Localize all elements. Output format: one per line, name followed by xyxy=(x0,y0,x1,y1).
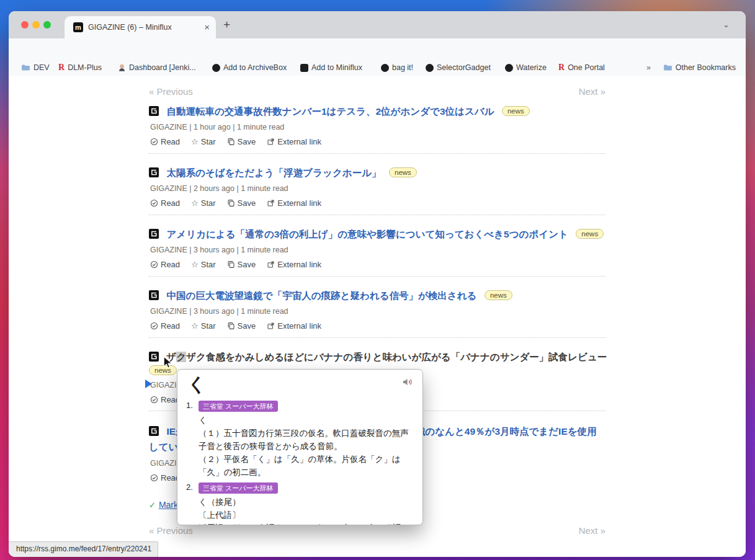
bookmark-item-add-to-archivebox[interactable]: Add to ArchiveBox xyxy=(212,60,287,76)
save-button[interactable]: Save xyxy=(227,321,256,331)
bookmarks-bar: DEV R DLM-Plus Dashboard [Jenki... Add t… xyxy=(9,60,746,76)
gigazine-favicon-icon xyxy=(149,167,159,177)
star-button[interactable]: ☆Star xyxy=(191,321,216,331)
entry-title-link[interactable]: 自動運転車の交通事故件数ナンバー1はテスラ、2位がホンダで3位はスバル xyxy=(166,106,494,117)
bookmark-label: SelectorGadget xyxy=(437,63,491,72)
bookmark-label: bag it! xyxy=(392,63,413,72)
archivebox-icon xyxy=(212,64,220,72)
tab-search-chevron-icon[interactable]: ⌄ xyxy=(723,20,730,29)
bookmark-item-add-to-miniflux[interactable]: Add to Miniflux xyxy=(300,60,362,76)
waterize-icon xyxy=(505,64,513,72)
definition-line: 〔上代語〕 xyxy=(199,509,412,522)
external-link-button[interactable]: External link xyxy=(267,137,321,146)
read-button[interactable]: Read xyxy=(150,198,180,208)
definition-headline: く xyxy=(199,414,412,427)
external-link-button[interactable]: External link xyxy=(267,198,321,208)
bookmark-label: One Portal xyxy=(568,63,605,72)
dictionary-headword: く xyxy=(187,372,207,398)
entry-divider xyxy=(149,153,605,154)
external-link-button[interactable]: External link xyxy=(267,321,321,331)
browser-tab[interactable]: m GIGAZINE (6) – Miniflux × xyxy=(65,16,216,38)
entry-title-row: アメリカによる「通常の3倍の利上げ」の意味や影響について知っておくべき5つのポイ… xyxy=(149,228,605,241)
entry-actions: Read ☆Star Save External link xyxy=(150,260,607,269)
bookmark-item-waterize[interactable]: Waterize xyxy=(505,60,547,76)
star-icon: ☆ xyxy=(191,321,199,331)
read-button[interactable]: Read xyxy=(150,473,180,482)
star-button[interactable]: ☆Star xyxy=(191,198,216,208)
star-button[interactable]: ☆Star xyxy=(191,260,216,269)
entry-title-link[interactable]: ザクザク食感をかみしめるほどにバナナの香りと味わいが広がる「バナナのサンダー」試… xyxy=(166,352,607,362)
bookmark-label: Dashboard [Jenki... xyxy=(129,63,196,72)
entry-actions: Read ☆Star Save External link xyxy=(150,137,607,146)
gigazine-favicon-icon xyxy=(149,426,159,436)
bookmark-label: Add to Miniflux xyxy=(311,63,362,72)
bookmark-item-dev[interactable]: DEV xyxy=(21,60,50,76)
tab-title: GIGAZINE (6) – Miniflux xyxy=(88,16,172,38)
tab-close-icon[interactable]: × xyxy=(204,16,210,38)
star-icon: ☆ xyxy=(191,260,199,269)
read-button[interactable]: Read xyxy=(150,321,180,331)
folder-icon xyxy=(21,64,30,71)
read-button[interactable]: Read xyxy=(150,260,180,269)
pagination-previous-top[interactable]: « Previous xyxy=(149,86,193,97)
dictionary-entry: 1. 三省堂 スーパー大辞林 く （１）五十音図カ行第三段の仮名。軟口蓋破裂音の… xyxy=(186,399,412,479)
selectorgadget-icon xyxy=(426,64,434,72)
folder-icon xyxy=(663,64,672,71)
entry-divider xyxy=(149,276,605,277)
entry-tag-badge: news xyxy=(502,106,530,116)
entry-divider xyxy=(149,337,605,338)
other-bookmarks-folder[interactable]: Other Bookmarks xyxy=(663,60,736,76)
entry-meta: GIGAZINE | 3 hours ago | 1 minute read xyxy=(150,307,607,316)
gigazine-favicon-icon xyxy=(149,106,159,116)
pagination-next-top[interactable]: Next » xyxy=(579,86,605,97)
bookmark-item-dlm-plus[interactable]: R DLM-Plus xyxy=(58,60,102,76)
entry-tag-badge: news xyxy=(485,290,512,300)
entry-number: 1. xyxy=(186,399,199,479)
tab-strip: m GIGAZINE (6) – Miniflux × + ⌄ xyxy=(9,11,746,38)
definition-line: （２）平仮名「く」は「久」の草体。片仮名「ク」は「久」の初二画。 xyxy=(199,453,412,479)
letter-r-icon: R xyxy=(558,63,565,73)
read-button[interactable]: Read xyxy=(150,395,180,404)
speaker-icon[interactable] xyxy=(402,377,414,387)
pagination-next-bottom[interactable]: Next » xyxy=(579,525,605,536)
entry-title-link[interactable]: アメリカによる「通常の3倍の利上げ」の意味や影響について知っておくべき5つのポイ… xyxy=(166,229,568,239)
bookmark-label: Add to ArchiveBox xyxy=(223,63,287,72)
read-button[interactable]: Read xyxy=(150,137,180,146)
entry-tag-badge: news xyxy=(389,167,417,177)
bookmarks-overflow-chevron[interactable]: » xyxy=(646,60,651,76)
check-icon: ✓ xyxy=(149,500,156,510)
entry-title-row: 太陽系のそばをただよう「浮遊ブラックホール」 news xyxy=(149,167,605,180)
browser-window: m GIGAZINE (6) – Miniflux × + ⌄ rss.gimo… xyxy=(9,11,746,557)
new-tab-button[interactable]: + xyxy=(223,17,230,32)
minimize-window-button[interactable] xyxy=(32,21,40,29)
zoom-window-button[interactable] xyxy=(43,21,51,29)
entry-title-link[interactable]: 中国の巨大電波望遠鏡で「宇宙人の痕跡と疑われる信号」が検出される xyxy=(166,290,476,301)
star-button[interactable]: ☆Star xyxy=(191,137,216,146)
jenkins-butler-icon xyxy=(118,63,126,72)
definition-headline: く（接尾） xyxy=(199,496,412,509)
entry-title-row: 自動運転車の交通事故件数ナンバー1はテスラ、2位がホンダで3位はスバル news xyxy=(149,105,605,118)
bookmark-item-selectorgadget[interactable]: SelectorGadget xyxy=(426,60,491,76)
bag-it-icon xyxy=(381,64,389,72)
status-bar-url: https://rss.gimo.me/feed/17/entry/220241 xyxy=(9,541,158,557)
bookmark-item-bag-it[interactable]: bag it! xyxy=(381,60,413,76)
bookmark-label: Other Bookmarks xyxy=(676,63,736,72)
external-link-button[interactable]: External link xyxy=(267,260,321,269)
save-button[interactable]: Save xyxy=(227,137,256,146)
bookmark-label: Waterize xyxy=(516,63,547,72)
save-button[interactable]: Save xyxy=(227,260,256,269)
save-button[interactable]: Save xyxy=(227,198,256,208)
entry-actions: Read ☆Star Save External link xyxy=(150,321,607,331)
pagination-previous-bottom[interactable]: « Previous xyxy=(149,525,193,536)
entry-title-row: 中国の巨大電波望遠鏡で「宇宙人の痕跡と疑われる信号」が検出される news xyxy=(149,290,605,303)
bookmark-item-one-portal[interactable]: R One Portal xyxy=(558,60,605,76)
entry-tag-badge: news xyxy=(576,229,604,239)
entry-title-link[interactable]: 太陽系のそばをただよう「浮遊ブラックホール」 xyxy=(166,167,381,178)
bookmark-label: DLM-Plus xyxy=(68,63,102,72)
entry-divider xyxy=(149,215,605,215)
entry-meta: GIGAZINE | 1 hour ago | 1 minute read xyxy=(150,123,607,131)
star-icon: ☆ xyxy=(191,198,199,208)
close-window-button[interactable] xyxy=(21,21,29,29)
bookmark-item-dashboard-jenkins[interactable]: Dashboard [Jenki... xyxy=(118,60,196,76)
definition-line: （１）五十音図カ行第三段の仮名。軟口蓋破裂音の無声子音と後舌の狭母音とから成る音… xyxy=(199,427,412,453)
